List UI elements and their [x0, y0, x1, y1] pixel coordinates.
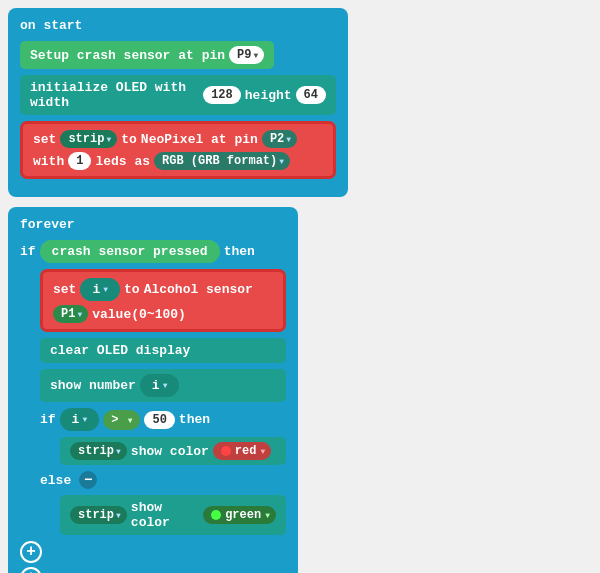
to-label: to: [121, 132, 137, 147]
green-dot-icon: [211, 510, 221, 520]
else-label-text: else: [40, 473, 71, 488]
show-i-dropdown[interactable]: i ▼: [140, 374, 180, 397]
show-number-text: show number: [50, 378, 136, 393]
strip-green-block[interactable]: strip show color green: [60, 495, 286, 535]
setup-crash-block[interactable]: Setup crash sensor at pin P9: [20, 41, 274, 69]
setup-crash-row: Setup crash sensor at pin P9: [20, 41, 336, 69]
setup-crash-text: Setup crash sensor at pin: [30, 48, 225, 63]
alcohol-pin-dropdown[interactable]: P1: [53, 305, 88, 323]
gt-text: >: [111, 413, 118, 427]
init-oled-row: initialize OLED with width 128 height 64: [20, 75, 336, 115]
set-strip-block[interactable]: set strip to NeoPixel at pin P2 with 1 l…: [20, 121, 336, 179]
set-label: set: [33, 132, 56, 147]
height-label: height: [245, 88, 292, 103]
strip-red-block[interactable]: strip show color red: [60, 437, 286, 465]
i-var-dropdown[interactable]: i ▼: [80, 278, 120, 301]
gt-operator-block[interactable]: > ▼: [103, 410, 140, 430]
plus-button-2[interactable]: +: [20, 567, 42, 573]
neopixel-text: NeoPixel at pin: [141, 132, 258, 147]
set-label-2: set: [53, 282, 76, 297]
height-value: 64: [296, 86, 326, 104]
strip-dropdown-2[interactable]: strip: [70, 506, 127, 524]
rgb-format-dropdown[interactable]: RGB (GRB format): [154, 152, 290, 170]
init-oled-block[interactable]: initialize OLED with width 128 height 64: [20, 75, 336, 115]
red-color-text: red: [235, 444, 257, 458]
width-value: 128: [203, 86, 241, 104]
else-row: else −: [40, 471, 286, 489]
pin-p2-dropdown[interactable]: P2: [262, 130, 297, 148]
set-i-container: set i ▼ to Alcohol sensor P1 value(0~100…: [40, 269, 286, 332]
on-start-label: on start: [20, 18, 336, 33]
strip-green-container: strip show color green: [60, 495, 286, 535]
clear-oled-text: clear OLED display: [50, 343, 190, 358]
then-label: then: [224, 244, 255, 259]
if-label: if: [20, 244, 36, 259]
forever-label: forever: [20, 217, 286, 232]
pin-p9-dropdown[interactable]: P9: [229, 46, 264, 64]
alcohol-text: Alcohol sensor: [144, 282, 253, 297]
plus-button-1[interactable]: +: [20, 541, 42, 563]
threshold-value: 50: [144, 411, 174, 429]
set-strip-row: set strip to NeoPixel at pin P2 with 1 l…: [20, 121, 336, 179]
i-var2-dropdown[interactable]: i ▼: [60, 408, 100, 431]
on-start-block: on start Setup crash sensor at pin P9 in…: [8, 8, 348, 197]
set-i-block[interactable]: set i ▼ to Alcohol sensor P1 value(0~100…: [40, 269, 286, 332]
if-label-2: if: [40, 412, 56, 427]
if-crash-row: if crash sensor pressed then: [20, 240, 286, 263]
show-i-text: i: [152, 378, 160, 393]
show-color-text: show color: [131, 444, 209, 459]
init-oled-text: initialize OLED with width: [30, 80, 199, 110]
crash-condition-block[interactable]: crash sensor pressed: [40, 240, 220, 263]
with-label: with: [33, 154, 64, 169]
show-number-container: show number i ▼: [40, 369, 286, 402]
strip-dropdown-1[interactable]: strip: [70, 442, 127, 460]
clear-oled-block[interactable]: clear OLED display: [40, 338, 286, 363]
show-number-block[interactable]: show number i ▼: [40, 369, 286, 402]
show-color-text-2: show color: [131, 500, 199, 530]
green-color-dropdown[interactable]: green: [203, 506, 276, 524]
red-dot-icon: [221, 446, 231, 456]
then-label-2: then: [179, 412, 210, 427]
i-var2-text: i: [72, 412, 80, 427]
leds-count: 1: [68, 152, 91, 170]
alcohol-value: value(0~100): [92, 307, 186, 322]
red-color-dropdown[interactable]: red: [213, 442, 271, 460]
crash-condition-text: crash sensor pressed: [52, 244, 208, 259]
forever-block: forever if crash sensor pressed then set…: [8, 207, 298, 573]
clear-oled-container: clear OLED display: [40, 338, 286, 363]
if-i-row: if i ▼ > ▼ 50 then: [40, 408, 286, 431]
strip-var-dropdown[interactable]: strip: [60, 130, 117, 148]
leds-label: leds as: [95, 154, 150, 169]
strip-red-container: strip show color red: [60, 437, 286, 465]
i-var-text: i: [92, 282, 100, 297]
to-label-2: to: [124, 282, 140, 297]
green-color-text: green: [225, 508, 261, 522]
minus-button[interactable]: −: [79, 471, 97, 489]
